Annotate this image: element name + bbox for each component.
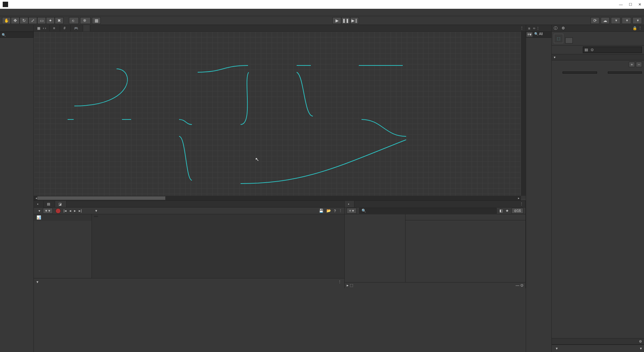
rotate-tool-icon[interactable]: ↻ [20,17,28,24]
breadcrumb[interactable] [405,214,525,220]
graph-vertical-scrollbar[interactable] [521,32,526,196]
script-field[interactable]: ▤ ⊙ [583,47,642,53]
add-element-button[interactable]: + [629,62,635,67]
cpu-usage-icon: 📊 [36,215,41,220]
asset-type-icon: ⬚ [554,34,563,43]
parameters-tab[interactable] [17,25,34,31]
folder-tree[interactable] [345,214,405,282]
move-tool-icon[interactable]: ✥ [11,17,20,24]
remove-element-button[interactable]: − [636,62,642,67]
playmode-dropdown[interactable]: ▾ ▾ [43,208,53,214]
project-panel: ▪ ⋮ + ▾ 🔍 ◧ ★ ⊘16 [345,201,526,288]
no-frame-message [34,286,344,288]
open-button[interactable] [565,37,573,44]
offset-y-input[interactable] [608,72,642,74]
profiler-panel: ▪ ▤ ◪ ▾ ▾ ▾ |◂ ◂ ▸ ▸| ▾ [34,201,345,288]
hidden-count[interactable]: ⊘16 [512,208,523,214]
project-tab[interactable]: ▪ [34,201,44,207]
param-search-input[interactable]: 🔍 [0,32,33,38]
step-button-icon[interactable]: ▶❙ [350,17,359,24]
maximize-icon[interactable]: ☐ [629,2,632,7]
cloud-icon[interactable]: ☁ [601,17,610,24]
scale-tool-icon[interactable]: ⤢ [28,17,37,24]
hand-tool-icon[interactable]: ✋ [2,17,11,24]
timeline-dropdown[interactable]: ▾ [36,280,39,284]
profiler-chart[interactable] [92,214,344,278]
project-tab-2[interactable]: ▪ [345,201,354,207]
inspector-panel: ⓘ ⚙ 🔒 ⋮ ⬚ ▤ ⊙ ▾ +− ⚙ [552,25,644,352]
save-icon[interactable]: 💾 [319,209,324,213]
tab-asset[interactable]: ▦ ‹ › [34,25,50,31]
back-icon[interactable]: ◂ [69,209,71,213]
layout-dropdown[interactable]: ▾ [633,17,642,24]
custom-tool-icon[interactable]: ✖ [55,17,64,24]
center-tabbar: ▦ ‹ › ≡ # 🎮 ⋮ [34,25,526,32]
tab-hierarchy[interactable]: ≡ [50,25,60,31]
play-button-icon[interactable]: ▶ [332,17,341,24]
pivot-toggle[interactable]: ⎋ [69,17,79,24]
dialogue-graph-canvas[interactable]: ◂▸ ↖ [34,32,526,200]
file-list[interactable] [405,214,525,282]
layers-dropdown[interactable]: ▾ [622,17,631,24]
snap-toggle-icon[interactable]: ▦ [92,17,101,24]
assetbundle-variant-dropdown[interactable]: ▾ [640,346,642,351]
hier-search-input[interactable]: 🔍 All [533,32,551,37]
project-search-input[interactable]: 🔍 [359,208,496,214]
unity-icon [3,2,8,7]
layers-tab[interactable] [0,25,17,31]
load-icon[interactable]: 📂 [326,209,331,213]
prev-frame-icon[interactable]: |◂ [64,209,67,213]
rect-tool-icon[interactable]: ▭ [37,17,46,24]
toolbar: ✋ ✥ ↻ ⤢ ▭ ✦ ✖ ⎋ ⊕ ▦ ▶ ❚❚ ▶❙ ⟳ ☁ ▾ ▾ ▾ [0,16,644,25]
tab-scene[interactable]: # [60,25,71,31]
graph-horizontal-scrollbar[interactable]: ◂▸ [34,196,521,200]
global-toggle[interactable]: ⊕ [80,17,91,24]
collab-icon[interactable]: ⟳ [591,17,599,24]
record-button-icon[interactable] [55,208,61,214]
tab-dialogue-editor[interactable] [83,25,90,31]
console-tab[interactable]: ▤ [44,201,55,207]
window-titlebar: — ☐ ✕ [0,0,644,9]
animator-parameters-panel: 🔍 [0,25,34,352]
asset-path-icon: ▸ ⬚ [347,283,353,288]
close-icon[interactable]: ✕ [638,2,641,7]
favorite-icon[interactable]: ★ [505,209,509,213]
transform-tool-icon[interactable]: ✦ [46,17,55,24]
asset-labels-header[interactable]: ⚙ [552,338,644,345]
pause-button-icon[interactable]: ❚❚ [341,17,350,24]
hier-create-icon[interactable]: +▾ [526,32,533,37]
profiler-tab[interactable]: ◪ [55,201,67,207]
last-frame-icon[interactable]: ▸| [79,209,82,213]
call-stacks-dropdown[interactable]: ▾ [95,209,97,213]
cursor-icon: ↖ [255,157,259,162]
filter-icon[interactable]: ◧ [499,209,503,213]
assetbundle-dropdown[interactable]: ▾ [556,346,638,351]
hierarchy-panel: ≡‹› ⋮ +▾ 🔍 All [526,25,552,352]
tab-game[interactable]: 🎮 [71,25,83,31]
nodes-section-header[interactable]: ▾ [552,54,644,60]
fwd-icon[interactable]: ▸ [74,209,76,213]
offset-x-input[interactable] [563,72,597,74]
create-button-icon[interactable]: + ▾ [347,208,356,214]
account-dropdown[interactable]: ▾ [611,17,620,24]
minimize-icon[interactable]: — [619,2,623,7]
help-icon[interactable]: ? [334,209,336,213]
fps-badge [94,216,98,217]
menubar [0,9,644,16]
